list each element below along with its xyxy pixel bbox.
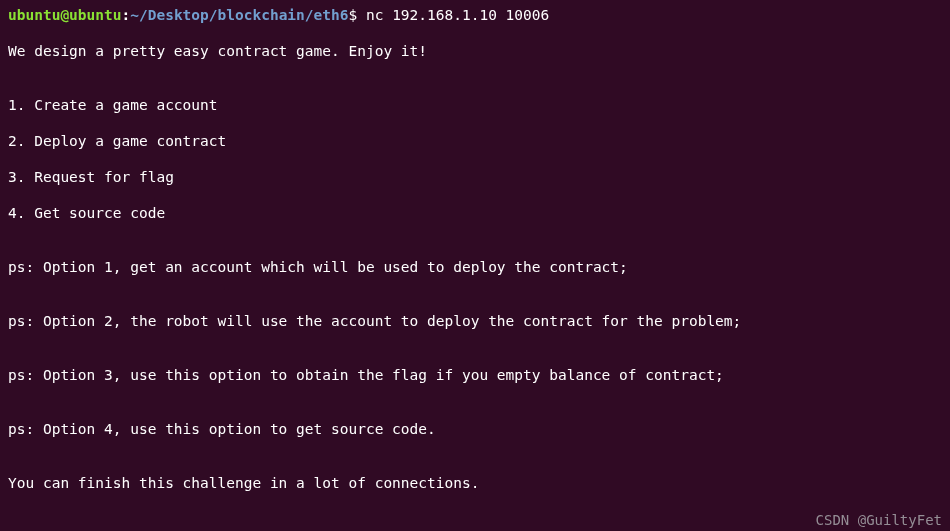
prompt-dollar: $ [348,7,357,23]
prompt-separator: : [122,7,131,23]
output-ps4: ps: Option 4, use this option to get sou… [8,420,942,438]
command-text: nc 192.168.1.10 10006 [357,7,549,23]
prompt-user-host: ubuntu@ubuntu [8,7,122,23]
output-intro: We design a pretty easy contract game. E… [8,42,942,60]
terminal-output[interactable]: ubuntu@ubuntu:~/Desktop/blockchain/eth6$… [0,0,950,531]
watermark-text: CSDN @GuiltyFet [816,511,942,529]
prompt-line: ubuntu@ubuntu:~/Desktop/blockchain/eth6$… [8,7,549,23]
output-option-3: 3. Request for flag [8,168,942,186]
output-option-2: 2. Deploy a game contract [8,132,942,150]
output-ps1: ps: Option 1, get an account which will … [8,258,942,276]
output-ps3: ps: Option 3, use this option to obtain … [8,366,942,384]
output-option-1: 1. Create a game account [8,96,942,114]
output-ps2: ps: Option 2, the robot will use the acc… [8,312,942,330]
prompt-path: ~/Desktop/blockchain/eth6 [130,7,348,23]
output-finish: You can finish this challenge in a lot o… [8,474,942,492]
output-option-4: 4. Get source code [8,204,942,222]
